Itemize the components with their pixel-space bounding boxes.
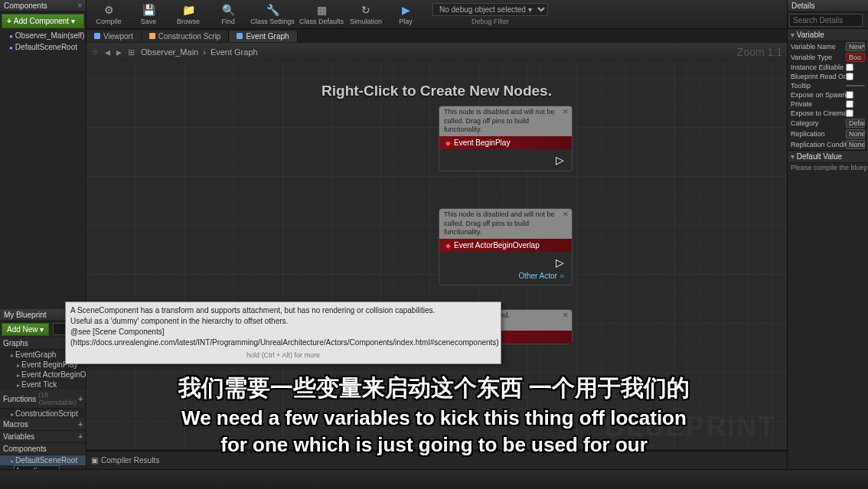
pin-other-actor[interactable]: Other Actor [518,272,564,280]
category-components[interactable]: Components [0,443,86,455]
main-toolbar: ⚙Compile 💾Save 📁Browse 🔍Find 🔧Class Sett… [86,0,868,29]
nav-fwd-icon[interactable]: ▸ [116,46,122,58]
lbl-tooltip: Tooltip [791,82,846,90]
compiler-results-panel: ▣ Compiler Results [86,451,787,469]
event-graph-canvas[interactable]: Viewport Construction Scrip Event Graph … [86,29,787,449]
exec-pin-icon[interactable]: ▷ [556,256,564,269]
class-defaults-button[interactable]: ▦Class Defaults [298,1,345,28]
lbl-category: Category [791,119,846,127]
find-button[interactable]: 🔍Find [209,1,247,28]
lbl-rep: Replication [791,130,846,138]
add-icon[interactable]: + [78,395,83,403]
node-warning: This node is disabled and will not be ca… [439,209,572,239]
script-icon [149,33,155,39]
tooltip-line1: A SceneComponent has a transform and sup… [70,305,496,316]
tab-eventgraph[interactable]: Event Graph [229,31,297,42]
section-default[interactable]: Default Value [788,150,868,163]
details-header: Details [788,0,868,12]
save-button[interactable]: 💾Save [129,1,168,28]
sim-icon: ↻ [359,3,373,17]
node-title: Event BeginPlay [439,136,572,149]
val-category[interactable]: Defaul [846,119,865,128]
graph-tick[interactable]: Event Tick [0,380,86,390]
left-column: Components× Add Component ▾ Observer_Mai… [0,0,86,489]
favorite-icon[interactable]: ☆ [91,47,99,57]
close-icon[interactable]: × [77,2,82,10]
exec-pin-icon[interactable]: ▷ [556,154,564,166]
tooltip-hold: hold (Ctrl + Alt) for more [70,350,496,360]
chk-expspawn[interactable] [846,91,853,99]
board-icon: ▦ [315,3,328,17]
chk-expcine[interactable] [846,109,853,117]
category-variables[interactable]: Variables+ [0,431,86,443]
chk-instedit[interactable] [846,64,853,71]
add-icon[interactable]: + [78,432,83,441]
compiler-title: Compiler Results [101,456,159,465]
func-construction[interactable]: ConstructionScript [0,409,86,419]
val-vartype[interactable]: Boo [846,53,865,62]
val-repcond[interactable]: None [846,140,865,149]
lbl-vartype: Variable Type [791,54,846,61]
var-defaultsceneroot[interactable]: DefaultSceneRoot [0,455,86,465]
val-rep[interactable]: None [846,129,865,139]
val-tooltip[interactable] [846,85,865,86]
graph-hint: Right-Click to Create New Nodes. [321,83,552,99]
panel-icon: ▣ [91,456,98,465]
grid-icon[interactable]: ⊞ [128,47,135,57]
search-icon: 🔍 [221,3,235,17]
graph-tabs: Viewport Construction Scrip Event Graph [86,29,787,43]
components-panel-header: Components× [0,0,86,12]
tooltip-line3: @see [Scene Components](https://docs.unr… [70,327,496,348]
play-button[interactable]: ▶Play [387,1,425,28]
folder-icon: 📁 [181,3,195,17]
val-varname[interactable]: NewVa [846,42,865,51]
category-functions[interactable]: Functions(16 Overridable)+ [0,390,86,409]
play-icon: ▶ [399,3,413,17]
lbl-bpro: Blueprint Read Only [791,73,846,80]
compile-button[interactable]: ⚙Compile [90,1,128,28]
component-item-self[interactable]: Observer_Main(self) [0,30,86,41]
lbl-repcond: Replication Conditio [791,141,846,148]
tooltip-line2: Useful as a 'dummy' component in the hie… [70,316,496,327]
crumb-graph[interactable]: Event Graph [210,47,258,57]
zoom-label: Zoom 1:1 [737,46,782,58]
component-item-root[interactable]: DefaultSceneRoot [0,41,86,53]
nav-back-icon[interactable]: ◂ [105,46,110,58]
graph-overlap[interactable]: Event ActorBeginOverl [0,370,86,380]
category-macros[interactable]: Macros+ [0,419,86,431]
class-settings-button[interactable]: 🔧Class Settings [249,1,296,28]
tab-construction[interactable]: Construction Scrip [142,31,230,42]
graph-icon [237,33,243,39]
status-bar [0,469,868,489]
simulation-button[interactable]: ↻Simulation [347,1,385,28]
add-icon[interactable]: + [78,420,83,429]
chk-private[interactable] [846,100,853,108]
tab-viewport[interactable]: Viewport [86,31,142,42]
crumb-root[interactable]: Observer_Main [141,47,198,57]
add-new-button[interactable]: Add New ▾ [2,323,49,336]
gears-icon: ⚙ [102,3,116,17]
node-title: Event ActorBeginOverlap [439,239,572,252]
floppy-icon: 💾 [142,3,155,17]
node-warning: This node is disabled and will not be ca… [439,106,572,136]
chk-bpro[interactable] [846,73,853,80]
lbl-private: Private [791,100,846,108]
debug-filter-label: Debug Filter [432,18,548,25]
viewport-icon [94,33,100,39]
browse-button[interactable]: 📁Browse [169,1,207,28]
breadcrumb: Observer_Main › Event Graph [141,47,258,57]
section-variable[interactable]: Variable [788,28,868,41]
lbl-instedit: Instance Editable [791,64,846,71]
details-search[interactable] [789,14,863,27]
lbl-expcine: Expose to Cinematic [791,109,846,117]
node-beginplay[interactable]: This node is disabled and will not be ca… [439,106,573,171]
chevron-right-icon: › [203,47,206,57]
scenecomponent-tooltip: A SceneComponent has a transform and sup… [65,302,501,364]
debug-object-select[interactable]: No debug object selected ▾ [432,3,548,16]
blueprint-watermark: BLUEPRINT [605,411,776,443]
graph-nav-bar: ☆ ◂ ▸ ⊞ Observer_Main › Event Graph Zoom… [86,43,787,61]
node-overlap[interactable]: This node is disabled and will not be ca… [439,208,573,285]
default-msg: Please compile the blueprint [791,164,868,171]
add-component-button[interactable]: Add Component ▾ [2,14,84,28]
details-panel: Details Variable Variable NameNewVa Vari… [787,0,868,469]
